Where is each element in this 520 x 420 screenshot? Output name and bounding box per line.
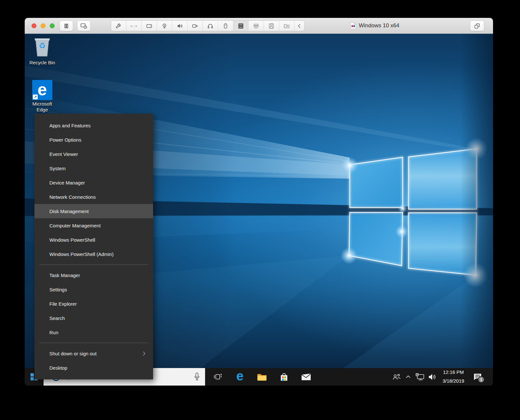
shared-folder-icon bbox=[283, 23, 290, 29]
desktop-icon-label: Recycle Bin bbox=[27, 60, 58, 66]
svg-text:♻: ♻ bbox=[39, 41, 46, 50]
toolbar-headphones-button[interactable] bbox=[203, 21, 218, 31]
file-explorer-icon bbox=[257, 373, 267, 381]
toolbar-save-button[interactable] bbox=[264, 21, 279, 31]
menu-item-settings[interactable]: Settings bbox=[34, 282, 153, 297]
microsoft-store-icon bbox=[280, 373, 288, 381]
speaker-icon bbox=[428, 374, 437, 380]
webcam-icon bbox=[161, 23, 168, 29]
show-windows-button[interactable] bbox=[470, 20, 484, 31]
menu-item-shut-down-or-sign-out[interactable]: Shut down or sign out bbox=[34, 346, 153, 361]
menu-item-apps-and-features[interactable]: Apps and Features bbox=[34, 118, 153, 133]
window-title-text: Windows 10 x64 bbox=[359, 22, 399, 29]
minimize-button[interactable] bbox=[41, 23, 46, 28]
menu-item-device-manager[interactable]: Device Manager bbox=[34, 175, 153, 190]
vm-toolbar: ‹··› bbox=[111, 20, 305, 31]
floppy-icon bbox=[268, 23, 275, 29]
toolbar-sound-button[interactable] bbox=[172, 21, 188, 31]
windows-stack-icon bbox=[474, 23, 480, 29]
winx-menu: Apps and Features Power Options Event Vi… bbox=[34, 114, 153, 379]
menu-item-search[interactable]: Search bbox=[34, 311, 153, 325]
toolbar-harddisk-button[interactable] bbox=[142, 21, 157, 31]
toolbar-webcam-button[interactable] bbox=[157, 21, 172, 31]
menu-item-file-explorer[interactable]: File Explorer bbox=[34, 297, 153, 311]
toolbar-mouse-button[interactable] bbox=[218, 21, 233, 31]
menu-item-network-connections[interactable]: Network Connections bbox=[34, 190, 153, 204]
action-center-button[interactable]: 1 bbox=[468, 368, 487, 386]
toolbar-sharedfolder-button[interactable] bbox=[279, 21, 294, 31]
notification-badge: 1 bbox=[478, 376, 485, 383]
task-view-button[interactable] bbox=[207, 368, 229, 386]
volume-button[interactable] bbox=[426, 368, 438, 386]
titlebar: ‹··› bbox=[25, 18, 493, 34]
desktop: ♻ Recycle Bin e ↗ Microsoft Edge Apps an… bbox=[25, 34, 493, 368]
desktop-icon-microsoft-edge[interactable]: e ↗ Microsoft Edge bbox=[27, 80, 58, 112]
task-view-icon bbox=[214, 373, 222, 381]
taskbar-pinned-icons: e bbox=[207, 368, 317, 386]
menu-separator bbox=[39, 264, 148, 265]
vm-window: ‹··› bbox=[25, 18, 493, 386]
taskbar-edge-button[interactable]: e bbox=[229, 368, 251, 386]
speaker-icon bbox=[176, 23, 183, 29]
menu-item-disk-management[interactable]: Disk Management bbox=[34, 204, 153, 218]
toolbar-camera-button[interactable] bbox=[188, 21, 203, 31]
traffic-lights bbox=[32, 23, 55, 28]
menu-item-task-manager[interactable]: Task Manager bbox=[34, 268, 153, 282]
menu-item-system[interactable]: System bbox=[34, 161, 153, 175]
menu-separator bbox=[39, 343, 148, 343]
headphones-icon bbox=[207, 23, 214, 29]
desktop-icon-recycle-bin[interactable]: ♻ Recycle Bin bbox=[27, 36, 58, 66]
window-title: Windows 10 x64 bbox=[350, 22, 399, 29]
close-button[interactable] bbox=[32, 23, 36, 28]
edge-icon: e bbox=[236, 369, 243, 382]
menu-item-run[interactable]: Run bbox=[34, 325, 153, 339]
clock-time: 12:16 PM bbox=[443, 369, 464, 375]
menu-item-windows-powershell[interactable]: Windows PowerShell bbox=[34, 233, 153, 247]
network-button[interactable] bbox=[414, 368, 426, 386]
taskbar-mail-button[interactable] bbox=[295, 368, 317, 386]
mail-icon bbox=[302, 374, 311, 380]
shortcut-arrow-icon: ↗ bbox=[33, 95, 38, 99]
menu-item-windows-powershell-admin[interactable]: Windows PowerShell (Admin) bbox=[34, 247, 153, 261]
edge-logo-icon: e ↗ bbox=[32, 80, 52, 100]
toolbar-network-button[interactable] bbox=[233, 21, 249, 31]
mouse-icon bbox=[222, 23, 229, 29]
video-camera-icon bbox=[192, 23, 198, 29]
menu-item-event-viewer[interactable]: Event Viewer bbox=[34, 147, 153, 161]
toolbar-display-button[interactable] bbox=[249, 21, 264, 31]
taskbar-store-button[interactable] bbox=[273, 368, 295, 386]
hard-disk-icon bbox=[146, 23, 152, 29]
hidden-icons-button[interactable] bbox=[403, 368, 414, 386]
toolbar-code-button[interactable]: ‹··› bbox=[126, 21, 142, 31]
menu-item-computer-management[interactable]: Computer Management bbox=[34, 218, 153, 233]
system-tray: 12:16 PM 3/18/2019 1 bbox=[390, 368, 493, 386]
chevron-left-icon bbox=[297, 23, 302, 29]
taskbar-clock[interactable]: 12:16 PM 3/18/2019 bbox=[438, 368, 468, 386]
people-icon bbox=[392, 374, 401, 380]
pause-icon bbox=[63, 23, 70, 29]
microphone-icon[interactable] bbox=[194, 372, 200, 383]
toolbar-settings-button[interactable] bbox=[111, 21, 126, 31]
display-stack-icon bbox=[253, 23, 259, 29]
submenu-chevron-icon bbox=[141, 351, 145, 356]
chevron-up-icon bbox=[406, 375, 411, 378]
clock-date: 3/18/2019 bbox=[443, 378, 464, 384]
toolbar-collapse-button[interactable] bbox=[294, 21, 304, 31]
snapshot-icon bbox=[80, 23, 87, 29]
network-ethernet-icon bbox=[416, 373, 424, 380]
taskbar-file-explorer-button[interactable] bbox=[251, 368, 273, 386]
people-button[interactable] bbox=[390, 368, 403, 386]
desktop-icon-label: Microsoft Edge bbox=[27, 101, 58, 112]
menu-item-power-options[interactable]: Power Options bbox=[34, 133, 153, 147]
code-icon: ‹··› bbox=[131, 24, 137, 28]
pause-vm-button[interactable] bbox=[59, 20, 73, 31]
wrench-icon bbox=[115, 23, 122, 29]
network-stack-icon bbox=[238, 23, 244, 29]
menu-item-desktop[interactable]: Desktop bbox=[34, 361, 153, 375]
recycle-bin-icon: ♻ bbox=[33, 36, 51, 57]
snapshot-button[interactable] bbox=[77, 20, 91, 31]
vm-document-icon bbox=[350, 22, 356, 29]
zoom-button[interactable] bbox=[50, 23, 55, 28]
